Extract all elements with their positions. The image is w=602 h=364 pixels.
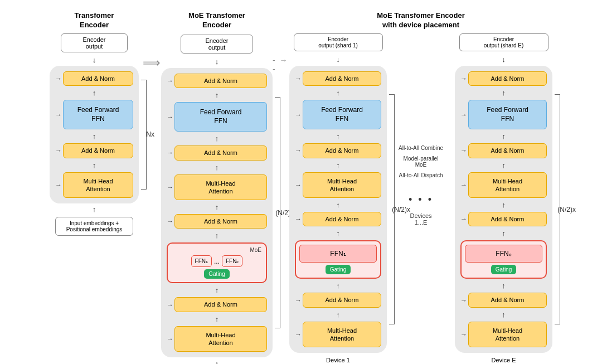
de-add-norm-bot: Add & Norm	[468, 293, 547, 307]
d1-add-norm-bot: Add & Norm	[303, 293, 381, 307]
conn-label-model-parallel: Model-parallel MoE	[404, 156, 439, 168]
te-down-arrow-2: ↑	[93, 206, 96, 213]
moe-gating: Gating	[204, 269, 229, 279]
moe-dots: ...	[214, 258, 220, 265]
moe-ffn-row: FFN₁ ... FFNₑ	[171, 255, 263, 267]
arrow-2-3: - → -	[273, 11, 289, 74]
d1-nx: (N/2)x	[392, 206, 410, 213]
d1-moe-box: FFN₁ Gating	[295, 240, 381, 279]
te-arrow-add1: →	[55, 75, 62, 82]
d1-add-norm-1: Add & Norm	[303, 71, 381, 86]
moe-add-norm-2: Add & Norm	[174, 145, 267, 160]
de-nx: (N/2)x	[557, 206, 576, 213]
conn-label-combine: All-to-All Combine	[399, 145, 443, 151]
de-moe-ffn: FFNₑ	[465, 245, 542, 263]
de-gating: Gating	[491, 265, 516, 274]
connection-labels: All-to-All Combine Model-parallel MoE Al…	[390, 33, 452, 226]
moe-encoder-box: (N/2)x → Add & Norm ↑ → Feed Forward FFN…	[161, 68, 273, 358]
te-v-arrow-1: ↑	[93, 89, 96, 97]
te-encoder-box: Nx → Add & Norm ↑ → Feed Forward FFN ↑ →…	[50, 66, 139, 203]
device-columns-wrapper: Encoder output (shard 1) ↓ (N/2)x → Add …	[289, 33, 552, 364]
moe-device-title: MoE Transfomer Encoder with device place…	[377, 11, 464, 30]
d1-encoder-output: Encoder output (shard 1)	[294, 33, 383, 51]
d1-moe-ffn: FFN₁	[299, 245, 377, 263]
d1-add-norm-pre: Add & Norm	[303, 212, 381, 226]
moe-ffn-e: FFNₑ	[222, 255, 242, 267]
moe-device-section: MoE Transfomer Encoder with device place…	[289, 11, 552, 364]
d1-gating: Gating	[326, 265, 351, 274]
te-add-norm-1: Add & Norm	[63, 71, 133, 86]
moe-attention-bottom: Multi-Head Attention	[174, 326, 267, 352]
moe-encoder-output-label: Encoder output	[181, 35, 253, 54]
te-arrow-attn: →	[55, 181, 62, 189]
te-nx-label: Nx	[146, 130, 154, 138]
te-v-arrow-2: ↑	[93, 132, 96, 140]
d1-attention-bot: Multi-Head Attention	[303, 322, 381, 348]
te-encoder-output-label: Encoder output	[61, 33, 128, 52]
de-add-norm-2: Add & Norm	[468, 143, 547, 158]
moe-add-norm-top: Add & Norm	[174, 74, 267, 88]
de-moe-box: FFNₑ Gating	[460, 240, 547, 279]
d1-attention-mid: Multi-Head Attention	[303, 172, 381, 198]
de-encoder-output: Encoder output (shard E)	[459, 33, 548, 51]
te-add-norm-2: Add & Norm	[63, 143, 133, 158]
moe-encoder-section: MoE Transfomer Encoder Encoder output ↓ …	[161, 11, 273, 364]
diagram-container: Transfomer Encoder Encoder output ↓ Nx →…	[0, 0, 602, 364]
d1-add-norm-2: Add & Norm	[303, 143, 381, 158]
te-ffn: Feed Forward FFN	[63, 100, 133, 129]
te-arrow-ffn: →	[55, 111, 62, 119]
te-attention: Multi-Head Attention	[63, 172, 133, 198]
dots-middle: • • •	[409, 194, 433, 206]
moe-label-top: MoE	[171, 247, 263, 253]
te-v-arrow-3: ↑	[93, 161, 96, 169]
de-ffn: Feed Forward FFN	[468, 100, 547, 129]
de-add-norm-pre: Add & Norm	[468, 212, 547, 226]
device-1-col: Encoder output (shard 1) ↓ (N/2)x → Add …	[289, 33, 387, 364]
moe-ffn-1: FFN₁	[191, 255, 212, 267]
de-encoder-box: (N/2)x → Add & Norm ↑ → Feed Forward FFN…	[455, 66, 552, 353]
de-add-norm-1: Add & Norm	[468, 71, 547, 86]
d1-device-label: Device 1	[326, 357, 350, 363]
d1-ffn: Feed Forward FFN	[303, 100, 381, 129]
de-attention-bot: Multi-Head Attention	[468, 322, 547, 348]
te-arrow-add2: →	[55, 147, 62, 154]
device-e-col: Encoder output (shard E) ↓ (N/2)x → Add …	[455, 33, 552, 364]
moe-ffn-top: Feed Forward FFN	[174, 102, 267, 132]
devices-label: Devices1...E	[410, 212, 431, 226]
de-attention-mid: Multi-Head Attention	[468, 172, 547, 198]
transformer-encoder-section: Transfomer Encoder Encoder output ↓ Nx →…	[50, 11, 139, 236]
conn-label-dispatch: All-to-All Dispatch	[399, 172, 443, 178]
moe-add-norm-bottom: Add & Norm	[174, 297, 267, 312]
transformer-encoder-title: Transfomer Encoder	[75, 11, 114, 30]
moe-attention-mid: Multi-Head Attention	[174, 174, 267, 201]
te-input: Input embeddings + Positional embeddings	[55, 217, 133, 236]
moe-down-arrow-top: ↓	[215, 57, 219, 66]
moe-add-norm-pre: Add & Norm	[174, 214, 267, 229]
arrow-1-2: ⟹	[139, 11, 161, 70]
moe-ffn-box: MoE FFN₁ ... FFNₑ Gating	[167, 242, 267, 283]
te-down-arrow-1: ↓	[93, 56, 96, 64]
moe-encoder-title: MoE Transfomer Encoder	[188, 11, 245, 30]
de-device-label: Device E	[491, 357, 516, 363]
d1-encoder-box: (N/2)x → Add & Norm ↑ → Feed Forward FFN…	[289, 66, 387, 353]
